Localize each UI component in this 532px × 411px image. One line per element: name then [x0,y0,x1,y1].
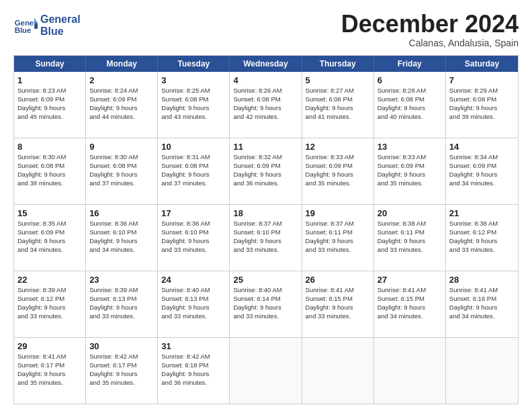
day-number: 1 [17,75,82,87]
day-info: Sunrise: 8:39 AM Sunset: 6:12 PM Dayligh… [17,286,82,320]
day-number: 13 [378,141,442,153]
week-row-1: 8Sunrise: 8:30 AM Sunset: 6:08 PM Daylig… [14,138,518,204]
day-info: Sunrise: 8:42 AM Sunset: 6:17 PM Dayligh… [89,353,154,387]
table-row: 17Sunrise: 8:36 AM Sunset: 6:10 PM Dayli… [158,205,230,271]
day-sunday: Sunday [14,56,86,72]
week-row-3: 22Sunrise: 8:39 AM Sunset: 6:12 PM Dayli… [14,271,518,337]
table-row [446,338,518,404]
page: General Blue GeneralBlue December 2024 C… [0,0,532,411]
day-thursday: Thursday [302,56,374,72]
day-info: Sunrise: 8:41 AM Sunset: 6:17 PM Dayligh… [17,353,82,387]
day-info: Sunrise: 8:37 AM Sunset: 6:11 PM Dayligh… [306,220,370,254]
day-info: Sunrise: 8:24 AM Sunset: 6:09 PM Dayligh… [89,87,154,121]
day-info: Sunrise: 8:25 AM Sunset: 6:08 PM Dayligh… [161,87,226,121]
table-row: 25Sunrise: 8:40 AM Sunset: 6:14 PM Dayli… [230,271,302,337]
table-row: 26Sunrise: 8:41 AM Sunset: 6:15 PM Dayli… [302,271,374,337]
day-number: 31 [161,340,226,353]
calendar-header: Sunday Monday Tuesday Wednesday Thursday… [14,56,518,72]
day-number: 11 [233,141,298,153]
svg-text:Blue: Blue [15,26,32,34]
day-number: 17 [161,208,226,220]
day-number: 25 [233,274,298,286]
table-row: 16Sunrise: 8:36 AM Sunset: 6:10 PM Dayli… [86,205,158,271]
calendar: Sunday Monday Tuesday Wednesday Thursday… [13,55,519,404]
day-info: Sunrise: 8:30 AM Sunset: 6:08 PM Dayligh… [17,153,82,187]
table-row: 28Sunrise: 8:41 AM Sunset: 6:16 PM Dayli… [446,271,518,337]
day-info: Sunrise: 8:42 AM Sunset: 6:18 PM Dayligh… [161,353,226,387]
table-row [302,338,374,404]
day-friday: Friday [374,56,446,72]
day-info: Sunrise: 8:41 AM Sunset: 6:15 PM Dayligh… [378,286,442,320]
day-info: Sunrise: 8:23 AM Sunset: 6:09 PM Dayligh… [17,87,82,121]
svg-text:General: General [15,19,38,27]
day-number: 22 [17,274,82,286]
table-row: 6Sunrise: 8:28 AM Sunset: 6:08 PM Daylig… [374,72,446,138]
day-number: 24 [161,274,226,286]
day-wednesday: Wednesday [230,56,302,72]
location-subtitle: Calanas, Andalusia, Spain [341,38,519,48]
week-row-4: 29Sunrise: 8:41 AM Sunset: 6:17 PM Dayli… [14,337,518,404]
calendar-body: 1Sunrise: 8:23 AM Sunset: 6:09 PM Daylig… [14,72,518,404]
day-number: 30 [89,340,154,353]
day-info: Sunrise: 8:37 AM Sunset: 6:10 PM Dayligh… [233,220,298,254]
table-row: 13Sunrise: 8:33 AM Sunset: 6:09 PM Dayli… [374,138,446,204]
day-number: 6 [378,75,442,87]
table-row: 24Sunrise: 8:40 AM Sunset: 6:13 PM Dayli… [158,271,230,337]
svg-marker-3 [34,24,38,29]
day-info: Sunrise: 8:30 AM Sunset: 6:08 PM Dayligh… [89,153,154,187]
day-info: Sunrise: 8:33 AM Sunset: 6:09 PM Dayligh… [306,153,370,187]
week-row-0: 1Sunrise: 8:23 AM Sunset: 6:09 PM Daylig… [14,72,518,138]
day-number: 10 [161,141,226,153]
table-row: 7Sunrise: 8:29 AM Sunset: 6:08 PM Daylig… [446,72,518,138]
table-row: 4Sunrise: 8:26 AM Sunset: 6:08 PM Daylig… [230,72,302,138]
day-saturday: Saturday [446,56,518,72]
day-number: 4 [233,75,298,87]
table-row [230,338,302,404]
day-tuesday: Tuesday [158,56,230,72]
day-number: 7 [449,75,515,87]
day-info: Sunrise: 8:33 AM Sunset: 6:09 PM Dayligh… [378,153,442,187]
day-info: Sunrise: 8:27 AM Sunset: 6:08 PM Dayligh… [306,87,370,121]
table-row: 21Sunrise: 8:38 AM Sunset: 6:12 PM Dayli… [446,205,518,271]
day-number: 15 [17,208,82,220]
logo-text: GeneralBlue [40,13,81,37]
table-row: 30Sunrise: 8:42 AM Sunset: 6:17 PM Dayli… [86,338,158,404]
general-blue-logo-icon: General Blue [13,13,38,38]
day-number: 5 [306,75,370,87]
table-row: 3Sunrise: 8:25 AM Sunset: 6:08 PM Daylig… [158,72,230,138]
table-row: 1Sunrise: 8:23 AM Sunset: 6:09 PM Daylig… [14,72,86,138]
day-number: 23 [89,274,154,286]
day-info: Sunrise: 8:36 AM Sunset: 6:10 PM Dayligh… [89,220,154,254]
day-monday: Monday [86,56,158,72]
day-number: 18 [233,208,298,220]
day-info: Sunrise: 8:41 AM Sunset: 6:16 PM Dayligh… [449,286,515,320]
title-block: December 2024 Calanas, Andalusia, Spain [341,11,519,48]
table-row: 23Sunrise: 8:39 AM Sunset: 6:13 PM Dayli… [86,271,158,337]
month-title: December 2024 [341,11,519,38]
day-number: 20 [378,208,442,220]
day-number: 16 [89,208,154,220]
day-number: 29 [17,340,82,353]
day-info: Sunrise: 8:41 AM Sunset: 6:15 PM Dayligh… [306,286,370,320]
day-info: Sunrise: 8:35 AM Sunset: 6:09 PM Dayligh… [17,220,82,254]
table-row: 20Sunrise: 8:38 AM Sunset: 6:11 PM Dayli… [374,205,446,271]
table-row: 8Sunrise: 8:30 AM Sunset: 6:08 PM Daylig… [14,138,86,204]
day-number: 21 [449,208,515,220]
day-number: 19 [306,208,370,220]
table-row: 29Sunrise: 8:41 AM Sunset: 6:17 PM Dayli… [14,338,86,404]
day-info: Sunrise: 8:26 AM Sunset: 6:08 PM Dayligh… [233,87,298,121]
day-info: Sunrise: 8:36 AM Sunset: 6:10 PM Dayligh… [161,220,226,254]
table-row: 5Sunrise: 8:27 AM Sunset: 6:08 PM Daylig… [302,72,374,138]
table-row: 27Sunrise: 8:41 AM Sunset: 6:15 PM Dayli… [374,271,446,337]
table-row: 11Sunrise: 8:32 AM Sunset: 6:09 PM Dayli… [230,138,302,204]
day-number: 8 [17,141,82,153]
day-number: 14 [449,141,515,153]
logo: General Blue GeneralBlue [13,13,81,38]
day-number: 3 [161,75,226,87]
day-number: 9 [89,141,154,153]
day-info: Sunrise: 8:31 AM Sunset: 6:08 PM Dayligh… [161,153,226,187]
table-row: 12Sunrise: 8:33 AM Sunset: 6:09 PM Dayli… [302,138,374,204]
table-row: 31Sunrise: 8:42 AM Sunset: 6:18 PM Dayli… [158,338,230,404]
day-number: 2 [89,75,154,87]
table-row: 2Sunrise: 8:24 AM Sunset: 6:09 PM Daylig… [86,72,158,138]
